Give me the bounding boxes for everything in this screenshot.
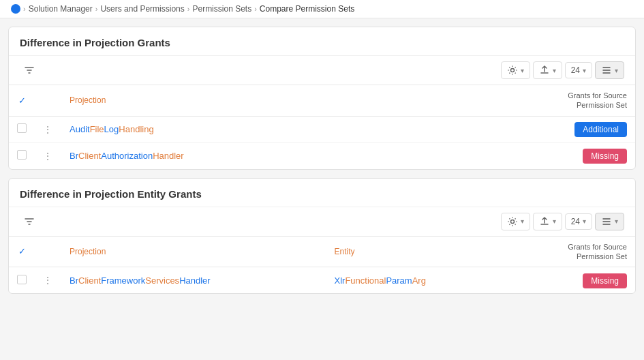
- s2-row1-entity-part2: Functional: [345, 275, 386, 286]
- th-entity-2: Entity: [326, 237, 508, 267]
- row1-badge: Additional: [574, 122, 627, 137]
- count-chevron-2: ▾: [583, 217, 586, 225]
- row1-context-menu-icon[interactable]: ⋮: [43, 124, 53, 135]
- row2-proj-part4: Handler: [153, 151, 184, 161]
- th-projection-2: Projection: [61, 237, 326, 267]
- export-button[interactable]: ▾: [533, 61, 562, 79]
- select-all-checkmark-1: ✓: [18, 95, 26, 106]
- table-row: ⋮ BrClientFrameworkServicesHandler XlrFu…: [9, 267, 635, 294]
- projection-entity-grants-section: Difference in Projection Entity Grants ▾: [8, 178, 636, 295]
- count-button[interactable]: 24 ▾: [565, 62, 592, 78]
- breadcrumb-compare: Compare Permission Sets: [260, 4, 354, 14]
- filter-icon: [24, 65, 35, 76]
- row2-projection-link[interactable]: BrClientAuthorizationHandler: [70, 151, 184, 161]
- row1-proj-part4: Handling: [119, 124, 153, 134]
- gear-icon-2: [507, 216, 518, 227]
- row1-checkbox[interactable]: [17, 123, 27, 133]
- row1-menu-cell[interactable]: ⋮: [35, 116, 61, 142]
- filter-icon-2: [24, 216, 35, 227]
- section1-title: Difference in Projection Grants: [9, 27, 635, 56]
- breadcrumb-solution-manager[interactable]: Solution Manager: [29, 4, 93, 14]
- settings-chevron-2: ▾: [521, 217, 524, 225]
- select-all-checkmark-2: ✓: [18, 246, 26, 256]
- breadcrumb-users-permissions[interactable]: Users and Permissions: [100, 4, 184, 14]
- s2-row1-entity-part4: Arg: [412, 275, 426, 286]
- row2-badge: Missing: [583, 149, 627, 164]
- export-chevron: ▾: [553, 67, 556, 74]
- row2-menu-cell[interactable]: ⋮: [35, 142, 61, 169]
- export-chevron-2: ▾: [553, 217, 556, 225]
- s2-row1-entity-part1: Xlr: [335, 275, 346, 286]
- gear-icon: [507, 65, 518, 76]
- s2-row1-proj-part5: Handler: [179, 275, 211, 286]
- settings-button[interactable]: ▾: [501, 61, 530, 79]
- list-view-button[interactable]: ▾: [595, 61, 624, 79]
- count-label: 24: [571, 65, 580, 75]
- s2-row1-entity-part3: Param: [386, 275, 412, 286]
- row1-checkbox-cell[interactable]: [9, 116, 35, 142]
- section2-title: Difference in Projection Entity Grants: [9, 179, 635, 207]
- list-icon: [601, 65, 612, 76]
- row2-projection-cell: BrClientAuthorizationHandler: [61, 142, 425, 169]
- row2-checkbox[interactable]: [17, 150, 27, 160]
- filter-button-2[interactable]: [20, 213, 39, 230]
- row1-projection-link[interactable]: AuditFileLogHandling: [70, 124, 154, 134]
- breadcrumb-sep-1: ›: [95, 5, 98, 13]
- th-menu-2: [35, 237, 61, 267]
- th-select-all-1[interactable]: ✓: [9, 85, 35, 116]
- export-icon-2: [539, 216, 550, 227]
- s2-row1-entity-cell: XlrFunctionalParamArg: [326, 267, 508, 294]
- th-projection-1: Projection: [61, 85, 425, 116]
- row1-projection-cell: AuditFileLogHandling: [61, 116, 425, 142]
- row2-proj-part3: Authorization: [101, 151, 153, 161]
- settings-chevron: ▾: [521, 67, 524, 74]
- breadcrumb-sep-0: ›: [23, 5, 26, 13]
- svg-point-0: [510, 69, 514, 72]
- count-chevron: ▾: [583, 67, 586, 74]
- count-button-2[interactable]: 24 ▾: [565, 213, 592, 230]
- app-dot-icon: [11, 4, 20, 14]
- th-menu-1: [35, 85, 61, 116]
- row1-proj-part1: Audit: [70, 124, 90, 134]
- s2-row1-proj-part4: Services: [145, 275, 179, 286]
- s2-row1-entity-link[interactable]: XlrFunctionalParamArg: [335, 275, 426, 286]
- s2-row1-proj-part1: Br: [70, 275, 78, 286]
- row1-badge-cell: Additional: [425, 116, 636, 142]
- s2-row1-badge-cell: Missing: [508, 267, 635, 294]
- s2-row1-checkbox-cell[interactable]: [9, 267, 35, 294]
- row1-proj-part3: Log: [104, 124, 119, 134]
- list-view-button-2[interactable]: ▾: [595, 213, 624, 230]
- filter-button[interactable]: [20, 62, 39, 78]
- s2-row1-proj-part2: Client: [78, 275, 101, 286]
- s2-row1-menu-cell[interactable]: ⋮: [35, 267, 61, 294]
- list-chevron-2: ▾: [615, 217, 618, 225]
- row2-context-menu-icon[interactable]: ⋮: [43, 151, 53, 162]
- export-icon: [539, 65, 550, 76]
- section1-table: ✓ Projection Grants for Source Permissio…: [9, 85, 635, 169]
- row2-badge-cell: Missing: [425, 142, 636, 169]
- th-grants-2: Grants for Source Permission Set: [508, 237, 635, 267]
- breadcrumb-sep-3: ›: [254, 5, 257, 13]
- s2-row1-proj-part3: Framework: [101, 275, 145, 286]
- svg-point-1: [510, 220, 514, 223]
- settings-button-2[interactable]: ▾: [501, 213, 530, 230]
- s2-row1-context-menu-icon[interactable]: ⋮: [43, 275, 53, 286]
- section2-table: ✓ Projection Entity Grants for Source Pe…: [9, 237, 635, 294]
- list-icon-2: [601, 216, 612, 227]
- section1-toolbar: ▾ ▾ 24 ▾ ▾: [9, 56, 635, 85]
- th-select-all-2[interactable]: ✓: [9, 237, 35, 267]
- projection-grants-section: Difference in Projection Grants ▾: [8, 27, 636, 170]
- s2-row1-projection-link[interactable]: BrClientFrameworkServicesHandler: [70, 275, 211, 286]
- breadcrumb-sep-2: ›: [187, 5, 190, 13]
- export-button-2[interactable]: ▾: [533, 213, 562, 230]
- row2-checkbox-cell[interactable]: [9, 142, 35, 169]
- breadcrumb-permission-sets[interactable]: Permission Sets: [192, 4, 251, 14]
- s2-row1-checkbox[interactable]: [17, 275, 27, 284]
- section2-toolbar: ▾ ▾ 24 ▾ ▾: [9, 207, 635, 237]
- count-label-2: 24: [571, 217, 580, 226]
- breadcrumb: › Solution Manager › Users and Permissio…: [0, 0, 644, 18]
- row2-proj-part1: Br: [70, 151, 78, 161]
- table-row: ⋮ AuditFileLogHandling Additional: [9, 116, 635, 142]
- s2-row1-projection-cell: BrClientFrameworkServicesHandler: [61, 267, 326, 294]
- list-chevron: ▾: [615, 67, 618, 74]
